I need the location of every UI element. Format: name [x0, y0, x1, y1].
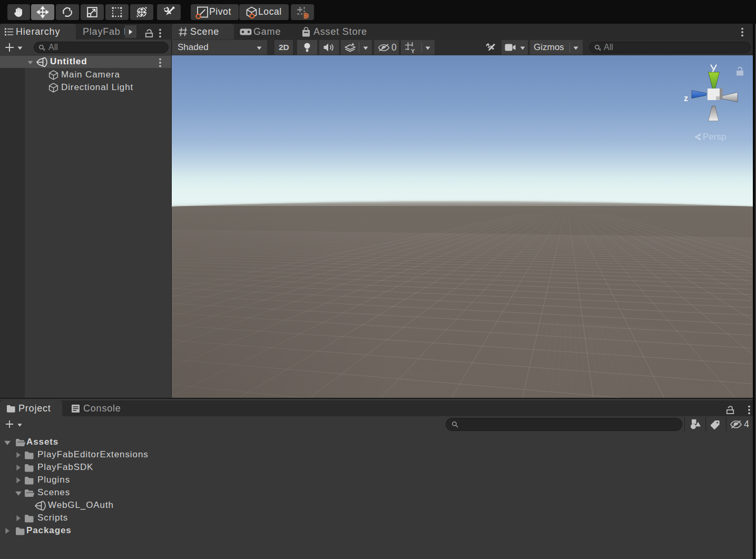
svg-text:Persp: Persp: [703, 132, 726, 142]
svg-text:z: z: [684, 94, 688, 103]
svg-text:Y: Y: [411, 48, 415, 54]
